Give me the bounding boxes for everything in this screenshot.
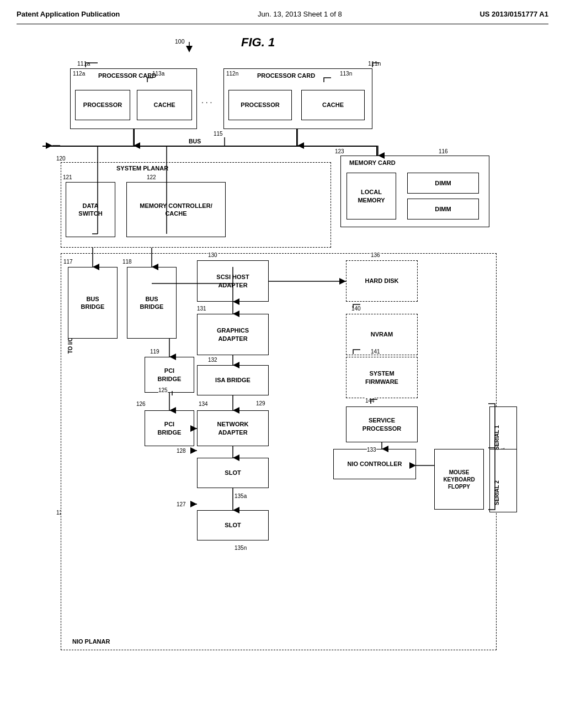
hard-disk-box: HARD DISK — [346, 260, 418, 302]
data-switch-label: DATA SWITCH — [78, 202, 102, 218]
label-112n: 112n — [226, 70, 238, 77]
bus-bridge-117-box: BUS BRIDGE — [68, 267, 118, 339]
pci-bridge-119-label: PCI BRIDGE — [158, 367, 182, 383]
processor-card-a-label: PROCESSOR CARD — [98, 72, 156, 79]
label-130: 130 — [208, 252, 217, 258]
memory-card-label: MEMORY CARD — [349, 159, 396, 167]
bus-bridge-118-box: BUS BRIDGE — [127, 267, 177, 339]
system-planar-box: SYSTEM PLANAR 121 122 DATA SWITCH MEMORY… — [61, 162, 331, 248]
label-116: 116 — [439, 148, 448, 154]
hard-disk-label: HARD DISK — [365, 277, 398, 285]
bus-bridge-117-label: BUS BRIDGE — [81, 295, 105, 311]
label-134: 134 — [199, 401, 208, 407]
label-122: 122 — [147, 174, 156, 181]
label-115: 115 — [214, 131, 223, 137]
label-132: 132 — [208, 357, 217, 363]
label-119: 119 — [150, 349, 159, 355]
graphics-adapter-box: GRAPHICS ADAPTER — [197, 314, 269, 355]
processor-card-n-label: PROCESSOR CARD — [257, 72, 315, 79]
processor-n-box: PROCESSOR — [228, 90, 292, 120]
label-125: 125 — [158, 387, 168, 393]
nvram-label: NVRAM — [371, 330, 393, 338]
label-131: 131 — [197, 306, 206, 312]
system-planar-label: SYSTEM PLANAR — [116, 164, 168, 172]
system-firmware-label: SYSTEM FIRMWARE — [365, 370, 398, 386]
label-140: 140 — [351, 306, 361, 312]
header-center: Jun. 13, 2013 Sheet 1 of 8 — [258, 10, 342, 18]
scsi-host-box: SCSI HOST ADAPTER — [197, 260, 269, 302]
processor-card-a-box: 112a 113a PROCESSOR CARD PROCESSOR CACHE — [70, 68, 197, 129]
bus-line — [56, 146, 376, 147]
processor-n-label: PROCESSOR — [241, 101, 279, 109]
system-firmware-box: SYSTEM FIRMWARE — [346, 357, 418, 398]
nio-controller-box: NIO CONTROLLER — [333, 449, 416, 479]
memory-controller-box: MEMORY CONTROLLER/ CACHE — [126, 182, 226, 237]
label-120: 120 — [56, 156, 66, 162]
cache-a-label: CACHE — [153, 101, 175, 109]
label-144: 144 — [365, 398, 375, 404]
bus-to-memory-v — [376, 146, 377, 156]
bus-v-line-left — [134, 129, 135, 146]
fig-title: FIG. 1 — [241, 35, 275, 50]
bus-bridge-118-label: BUS BRIDGE — [140, 295, 164, 311]
label-113n: 113n — [340, 70, 352, 77]
header-left: Patent Application Publication — [17, 10, 120, 18]
graphics-adapter-label: GRAPHICS ADAPTER — [217, 326, 249, 342]
pci-bridge-126-label: PCI BRIDGE — [158, 420, 182, 436]
network-adapter-label: NETWORK ADAPTER — [217, 420, 249, 436]
label-133: 133 — [367, 447, 376, 453]
page: Patent Application Publication Jun. 13, … — [0, 0, 565, 728]
data-switch-box: DATA SWITCH — [66, 182, 115, 237]
label-111n: 111n — [368, 60, 381, 67]
label-135n: 135n — [234, 545, 247, 551]
pci-bridge-126-box: PCI BRIDGE — [145, 410, 194, 446]
nio-planar-label: NIO PLANAR — [72, 638, 110, 645]
memory-card-box: MEMORY CARD LOCAL MEMORY DIMM DIMM — [340, 156, 489, 227]
processor-card-n-box: 112n 113n PROCESSOR CARD PROCESSOR CACHE — [223, 68, 372, 129]
diagram: FIG. 1 100 111a 111n 112a 113a PROCESSOR… — [26, 30, 539, 664]
label-111a: 111a — [77, 60, 90, 67]
processor-a-label: PROCESSOR — [83, 101, 122, 109]
label-135a: 135a — [234, 493, 247, 499]
label-127: 127 — [177, 501, 186, 507]
bus-v-line-right — [296, 129, 297, 146]
label-121: 121 — [63, 174, 72, 181]
pci-bridge-119-box: PCI BRIDGE — [145, 357, 194, 393]
bus-label: BUS — [189, 138, 201, 144]
nio-controller-label: NIO CONTROLLER — [348, 460, 402, 468]
nio-planar-box: NIO PLANAR — [61, 253, 497, 650]
service-processor-box: SERVICE PROCESSOR — [346, 406, 418, 442]
label-136: 136 — [371, 252, 380, 258]
slot-135n-box: SLOT — [197, 510, 269, 540]
nvram-box: NVRAM — [346, 314, 418, 355]
memory-controller-label: MEMORY CONTROLLER/ CACHE — [140, 202, 212, 218]
label-112a: 112a — [73, 70, 85, 77]
page-header: Patent Application Publication Jun. 13, … — [17, 10, 548, 24]
dimm1-box: DIMM — [407, 173, 479, 194]
service-processor-label: SERVICE PROCESSOR — [363, 416, 401, 432]
isa-bridge-box: ISA BRIDGE — [197, 365, 269, 395]
dimm1-label: DIMM — [435, 179, 451, 187]
cache-n-box: CACHE — [301, 90, 365, 120]
label-128: 128 — [177, 448, 186, 454]
label-126: 126 — [136, 401, 146, 407]
scsi-host-label: SCSI HOST ADAPTER — [216, 273, 249, 289]
label-141: 141 — [371, 349, 380, 355]
processor-a-box: PROCESSOR — [75, 90, 130, 120]
local-memory-label: LOCAL MEMORY — [358, 188, 385, 204]
local-memory-box: LOCAL MEMORY — [347, 173, 396, 220]
serial2-text: SERIAL 2 — [494, 471, 500, 515]
serial1-text: SERIAL 1 — [494, 416, 500, 460]
slot-135n-label: SLOT — [225, 521, 241, 529]
network-adapter-box: NETWORK ADAPTER — [197, 410, 269, 446]
ellipsis: . . . — [201, 96, 212, 105]
slot-135a-box: SLOT — [197, 458, 269, 488]
label-118: 118 — [122, 259, 132, 265]
cache-a-box: CACHE — [137, 90, 192, 120]
label-123: 123 — [335, 148, 344, 154]
dimm2-box: DIMM — [407, 199, 479, 220]
label-100: 100 — [175, 38, 185, 45]
mouse-keyboard-floppy-label: MOUSE KEYBOARD FLOPPY — [443, 469, 475, 490]
label-117: 117 — [63, 259, 73, 265]
cache-n-label: CACHE — [322, 101, 344, 109]
